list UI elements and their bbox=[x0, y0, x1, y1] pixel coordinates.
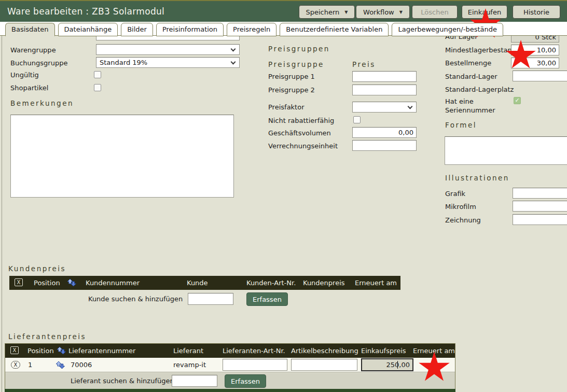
buchungsgruppe-select[interactable]: Standard 19% bbox=[96, 57, 240, 68]
preisfaktor-label: Preisfaktor bbox=[268, 103, 305, 111]
row-select-icon[interactable]: X bbox=[11, 361, 20, 369]
lieferant-erfassen-button[interactable]: Erfassen bbox=[225, 374, 266, 388]
buchungsgruppe-value: Standard 19% bbox=[100, 59, 147, 66]
mindestlagerbestand-input[interactable] bbox=[511, 45, 559, 55]
ware-bearbeiten-window: Ware bearbeiten : ZB3 Solarmodul Speiche… bbox=[0, 0, 567, 392]
warengruppe-select[interactable] bbox=[96, 44, 240, 55]
nicht-rabattierfaehig-label: Nicht rabattierfähig bbox=[268, 117, 334, 124]
hat-seriennummer-checkbox[interactable] bbox=[514, 97, 521, 104]
tab-bilder[interactable]: Bilder bbox=[121, 23, 153, 36]
kunde-suchen-label: Kunde suchen & hinzufügen bbox=[88, 295, 183, 303]
shopartikel-label: Shopartikel bbox=[10, 84, 48, 92]
sort-icon[interactable] bbox=[57, 346, 66, 355]
kundenpreis-heading: Kundenpreis bbox=[8, 264, 66, 273]
chevron-down-icon[interactable]: ▼ bbox=[344, 10, 348, 15]
lieferantenpreis-table: X Position Lieferantennummer Lieferant L… bbox=[5, 343, 455, 392]
hat-seriennummer-label: Hat eine Seriennummer bbox=[445, 97, 497, 115]
preis-column-heading: Preis bbox=[352, 60, 376, 68]
preisgruppe1-label: Preisgruppe 1 bbox=[268, 73, 315, 80]
column-erneuert-am: Erneuert am bbox=[413, 347, 455, 355]
select-all-icon[interactable]: X bbox=[15, 278, 23, 286]
chevron-down-icon[interactable]: ▼ bbox=[399, 10, 403, 15]
shopartikel-checkbox[interactable] bbox=[94, 84, 101, 91]
geschaeftsvolumen-input[interactable] bbox=[352, 127, 417, 138]
grafik-label: Grafik bbox=[445, 190, 465, 198]
einkaufen-label: Einkaufen bbox=[468, 8, 501, 16]
historie-button[interactable]: Historie bbox=[513, 5, 560, 19]
preisgruppe1-input[interactable] bbox=[352, 71, 417, 82]
column-lieferanten-art-nr: Lieferanten-Art-Nr. bbox=[223, 347, 285, 355]
buchungsgruppe-label: Buchungsgruppe bbox=[10, 59, 67, 67]
preisgruppen-heading: Preisgruppen bbox=[268, 45, 330, 53]
preisgruppe2-input[interactable] bbox=[352, 85, 417, 95]
row-position: 1 bbox=[28, 361, 32, 369]
preisfaktor-select[interactable] bbox=[352, 102, 417, 113]
window-header: Ware bearbeiten : ZB3 Solarmodul Speiche… bbox=[0, 1, 567, 22]
row-artikelbeschreibung-input[interactable] bbox=[291, 359, 357, 371]
row-lieferanten-art-nr-input[interactable] bbox=[223, 359, 287, 371]
lieferant-suchen-label: Lieferant suchen & hinzufügen bbox=[71, 377, 174, 385]
tab-preisregeln[interactable]: Preisregeln bbox=[227, 23, 276, 36]
verrechnungseinheit-label: Verrechnungseinheit bbox=[268, 142, 338, 150]
mindestlagerbestand-label: Mindestlagerbestand bbox=[445, 46, 516, 54]
chevron-down-icon bbox=[231, 47, 236, 52]
warengruppe-label: Warengruppe bbox=[10, 46, 56, 54]
row-einkaufspreis-input[interactable] bbox=[361, 358, 413, 371]
bestellmenge-input[interactable] bbox=[511, 58, 559, 68]
auf-lager-label: Auf Lager bbox=[445, 36, 478, 40]
verrechnungseinheit-input[interactable] bbox=[352, 140, 417, 151]
ungueltig-label: Ungültig bbox=[10, 71, 39, 79]
ean-code-input[interactable] bbox=[96, 36, 240, 40]
column-einkaufspreis: Einkaufspreis bbox=[361, 347, 406, 355]
column-kundenpreis: Kundenpreis bbox=[303, 279, 345, 287]
column-kundennummer: Kundennummer bbox=[86, 279, 140, 287]
lieferant-suchen-input[interactable] bbox=[172, 375, 217, 387]
column-erneuert-am: Erneuert am bbox=[355, 279, 397, 287]
column-position: Position bbox=[27, 347, 54, 355]
zeichnung-label: Zeichnung bbox=[445, 216, 481, 224]
speichern-button[interactable]: Speichern ▼ bbox=[299, 5, 355, 19]
kunde-suchen-input[interactable] bbox=[188, 293, 233, 305]
tab-benutzerdefinierte-variablen[interactable]: Benutzerdefinierte Variablen bbox=[280, 23, 389, 36]
loeschen-button[interactable]: Löschen bbox=[412, 5, 458, 19]
auf-lager-value bbox=[511, 36, 559, 43]
formel-textarea[interactable] bbox=[445, 136, 567, 165]
mikrofilm-input[interactable] bbox=[513, 201, 567, 212]
select-all-icon[interactable]: X bbox=[10, 346, 19, 354]
nicht-rabattierfaehig-checkbox[interactable] bbox=[353, 116, 361, 123]
column-lieferantennummer: Lieferantennummer bbox=[68, 347, 135, 355]
standard-lager-label: Standard-Lager bbox=[445, 73, 497, 80]
page-title: Ware bearbeiten : ZB3 Solarmodul bbox=[7, 6, 164, 17]
sort-icon[interactable] bbox=[56, 361, 65, 369]
sort-icon[interactable] bbox=[67, 278, 76, 287]
lieferantenpreis-row[interactable]: X 1 70006 revamp-it bbox=[5, 358, 455, 372]
standard-lager-input[interactable] bbox=[513, 71, 567, 81]
tab-lagerbewegungen[interactable]: Lagerbewegungen/-bestände bbox=[392, 23, 503, 36]
tab-basisdaten[interactable]: Basisdaten bbox=[5, 23, 55, 36]
chevron-down-icon bbox=[231, 60, 236, 65]
column-kunden-art-nr: Kunden-Art-Nr. bbox=[246, 279, 296, 287]
tab-preisinformation[interactable]: Preisinformation bbox=[156, 23, 224, 36]
tab-dateianhaenge[interactable]: Dateianhänge bbox=[58, 23, 118, 36]
zeichnung-input[interactable] bbox=[513, 214, 567, 225]
grafik-input[interactable] bbox=[513, 188, 567, 199]
tab-bar: Basisdaten Dateianhänge Bilder Preisinfo… bbox=[0, 22, 567, 36]
lieferantenpreis-table-header: X Position Lieferantennummer Lieferant L… bbox=[5, 344, 455, 358]
column-position: Position bbox=[34, 279, 60, 287]
kunde-erfassen-button[interactable]: Erfassen bbox=[246, 292, 288, 306]
workflow-label: Workflow bbox=[363, 8, 394, 16]
bestellmenge-label: Bestellmenge bbox=[445, 59, 491, 67]
preisgruppe2-label: Preisgruppe 2 bbox=[268, 86, 315, 94]
historie-label: Historie bbox=[523, 8, 549, 16]
einkaufen-button[interactable]: Einkaufen bbox=[462, 5, 507, 19]
speichern-label: Speichern bbox=[306, 8, 339, 16]
row-lieferant: revamp-it bbox=[173, 361, 206, 369]
kundenpreis-table-header: X Position Kundennummer Kunde Kunden-Art… bbox=[9, 276, 400, 290]
ungueltig-checkbox[interactable] bbox=[94, 71, 101, 78]
column-kunde: Kunde bbox=[187, 279, 208, 287]
workflow-button[interactable]: Workflow ▼ bbox=[356, 5, 410, 19]
bemerkungen-textarea[interactable] bbox=[10, 115, 234, 198]
chevron-down-icon bbox=[408, 104, 413, 109]
mikrofilm-label: Mikrofilm bbox=[445, 203, 476, 211]
next-table-header-cut bbox=[5, 389, 455, 392]
